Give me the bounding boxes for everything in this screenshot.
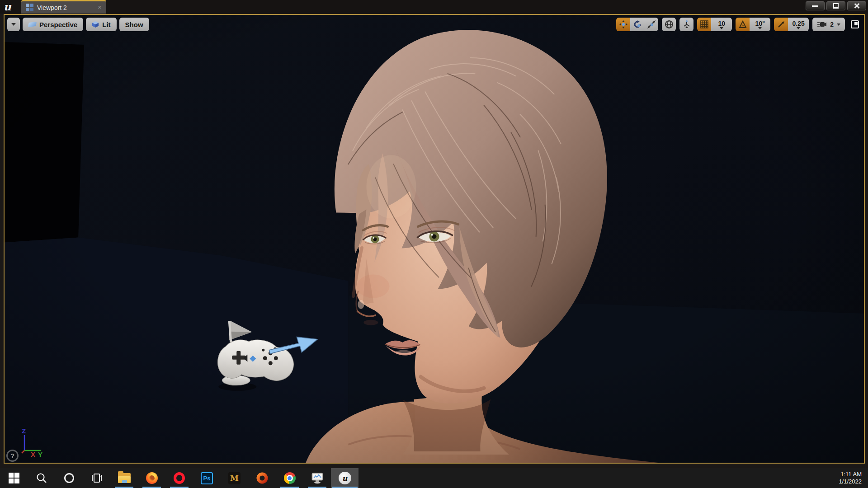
chrome-icon: [284, 472, 296, 484]
viewport-toolbar-left: Perspective Lit Show: [7, 18, 149, 31]
help-button[interactable]: ?: [6, 450, 19, 462]
tab-viewport-2[interactable]: Viewport 2 ✕: [21, 0, 106, 14]
lit-button[interactable]: Lit: [86, 18, 116, 31]
windows-taskbar: Ps M u: [0, 468, 868, 488]
show-label: Show: [125, 21, 143, 28]
unreal-engine-icon: u: [339, 472, 351, 484]
chevron-down-icon: [758, 27, 762, 29]
grid-snap-toggle-button[interactable]: [697, 18, 711, 31]
scale-tool-button[interactable]: [644, 18, 658, 31]
tab-close-icon[interactable]: ✕: [98, 5, 102, 10]
rotation-snap-value-button[interactable]: 10°: [750, 18, 770, 31]
scale-snap-value: 0.25: [793, 20, 805, 27]
camera-speed-button[interactable]: 2: [812, 18, 845, 31]
viewport-3d[interactable]: Perspective Lit Show: [4, 14, 865, 464]
chevron-down-icon: [720, 27, 723, 29]
file-explorer-icon: [118, 473, 131, 483]
taskbar-file-explorer-button[interactable]: [110, 468, 138, 488]
perspective-button[interactable]: Perspective: [23, 18, 83, 31]
restore-button[interactable]: [826, 1, 845, 10]
translate-icon: [619, 20, 628, 29]
chevron-down-icon: [837, 23, 840, 26]
rotate-icon: [633, 20, 642, 29]
axis-z-label: Z: [22, 427, 26, 435]
taskbar-photoshop-button[interactable]: Ps: [193, 468, 221, 488]
perspective-icon: [28, 22, 37, 27]
scale-snap-value-button[interactable]: 0.25: [788, 18, 809, 31]
rotation-snap-value: 10°: [755, 20, 765, 27]
minimize-icon: [812, 5, 818, 7]
window-titlebar: u Viewport 2 ✕: [0, 0, 868, 14]
show-button[interactable]: Show: [119, 18, 149, 31]
axis-gizmo: Z X Y: [13, 427, 53, 461]
clock-time: 1:11 AM: [840, 471, 862, 478]
taskbar-clock[interactable]: 1:11 AM 1/1/2022: [839, 468, 868, 488]
tab-title: Viewport 2: [37, 4, 67, 11]
maximize-viewport-button[interactable]: [849, 18, 861, 31]
scene-render: [5, 15, 864, 463]
window-controls: [806, 1, 866, 10]
taskbar-opera-button[interactable]: [165, 468, 193, 488]
translate-tool-button[interactable]: [616, 18, 630, 31]
restore-icon: [833, 4, 839, 8]
cortana-icon: [64, 473, 74, 483]
clock-date: 1/1/2022: [839, 478, 862, 485]
scale-icon: [647, 20, 656, 29]
chevron-down-icon: [11, 23, 16, 26]
taskbar-system-monitor-button[interactable]: [303, 468, 331, 488]
taskbar-maya-button[interactable]: M: [221, 468, 248, 488]
opera-icon: [174, 472, 185, 484]
axis-x-label: X: [31, 450, 35, 458]
maya-icon: M: [228, 472, 241, 484]
search-icon: [36, 472, 47, 484]
perspective-label: Perspective: [39, 21, 77, 28]
surface-snap-icon: [682, 20, 691, 29]
surface-snapping-button[interactable]: [679, 18, 693, 31]
taskbar-chrome-button[interactable]: [276, 468, 303, 488]
office-icon: [256, 472, 268, 484]
task-view-icon: [91, 472, 103, 484]
close-icon: [854, 3, 859, 9]
taskbar-search-button[interactable]: [28, 468, 55, 488]
taskbar-unreal-engine-button[interactable]: u: [331, 468, 359, 488]
lit-label: Lit: [102, 21, 110, 28]
vignette: [5, 15, 864, 463]
taskbar-start-button[interactable]: [0, 468, 28, 488]
close-button[interactable]: [847, 1, 866, 10]
taskbar-task-view-button[interactable]: [83, 468, 110, 488]
firefox-icon: [146, 472, 158, 484]
minimize-button[interactable]: [806, 1, 825, 10]
grid-snap-value-button[interactable]: 10: [711, 18, 732, 31]
taskbar-cortana-button[interactable]: [55, 468, 83, 488]
viewport-options-button[interactable]: [7, 18, 20, 31]
lit-cube-icon: [92, 21, 99, 28]
unreal-editor-window: u Viewport 2 ✕: [0, 0, 868, 488]
viewport-toolbar-right: 10 10°: [616, 18, 861, 31]
taskbar-office-button[interactable]: [248, 468, 276, 488]
grid-snap-value: 10: [718, 20, 725, 27]
maximize-viewport-icon: [851, 20, 859, 28]
system-monitor-icon: [311, 472, 324, 484]
help-label: ?: [10, 452, 14, 460]
taskbar-firefox-button[interactable]: [138, 468, 165, 488]
rotate-tool-button[interactable]: [630, 18, 644, 31]
chevron-down-icon: [797, 27, 800, 29]
globe-icon: [665, 20, 674, 29]
axis-y-label: Y: [38, 450, 42, 458]
photoshop-icon: Ps: [201, 472, 213, 484]
rotation-snap-toggle-button[interactable]: [736, 18, 750, 31]
camera-speed-value: 2: [830, 21, 834, 28]
viewport-grid-icon: [26, 4, 33, 11]
scale-snap-toggle-button[interactable]: [774, 18, 788, 31]
windows-start-icon: [9, 473, 19, 483]
angle-icon: [739, 20, 747, 28]
grid-icon: [700, 20, 708, 28]
scale-snap-icon: [777, 20, 785, 28]
unreal-engine-logo-icon: u: [4, 0, 11, 13]
camera-speed-icon: [817, 21, 827, 28]
world-local-toggle-button[interactable]: [662, 18, 676, 31]
